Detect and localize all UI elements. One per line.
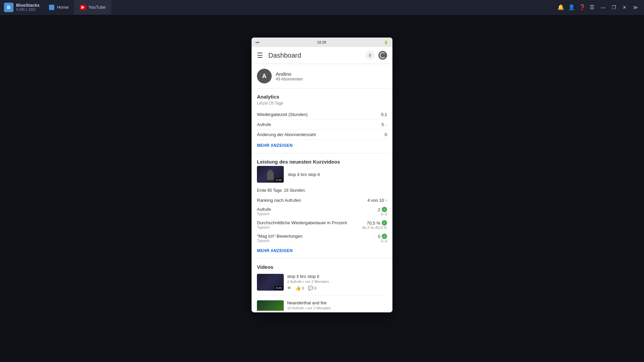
video1-title: stop it bro stop it <box>287 274 387 279</box>
video2-title: Neanderthal and fire <box>287 300 387 305</box>
menu-icon[interactable]: ☰ <box>590 4 594 10</box>
status-bar: ▪▪▪ 18:38 🔋 <box>252 38 392 47</box>
check-icon-views: ✓ <box>382 207 387 212</box>
metric-likes-label: "Mag ich"-Bewertungen <box>257 234 303 239</box>
avatar: A <box>257 69 272 83</box>
subs-change-value: 0 <box>385 132 387 137</box>
header-left: ☰ Dashboard <box>257 51 301 59</box>
metric-views-range: 0–3 <box>378 212 387 216</box>
account-icon[interactable]: 👤 <box>568 4 575 10</box>
phone-frame: ▪▪▪ 18:38 🔋 ☰ Dashboard 0 A <box>252 38 392 312</box>
views-value: 5 ↓ <box>381 122 387 127</box>
analytics-section: Analytics Letzte 28 Tage Wiedergabezeit … <box>252 88 392 154</box>
battery-icon: 🔋 <box>384 40 388 45</box>
watchtime-value: 0,1 <box>381 112 387 117</box>
check-icon-retention: ✓ <box>382 220 387 226</box>
user-subscribers: 49 Abonnenten <box>276 77 303 81</box>
performance-period: Erste 85 Tage, 16 Stunden: <box>257 187 387 195</box>
ranking-row[interactable]: Ranking nach Aufrufen 4 von 10 › <box>257 195 387 205</box>
tab-youtube-label: YouTube <box>89 5 106 10</box>
restore-button[interactable]: ❐ <box>609 3 619 12</box>
user-section: A Andino 49 Abonnenten <box>252 64 392 88</box>
analytics-mehr-anzeigen-button[interactable]: MEHR ANZEIGEN <box>257 140 387 150</box>
status-time: 18:38 <box>317 40 326 44</box>
brand-version: 4.280.1.1002 <box>16 8 40 12</box>
short-video-title: stop it bro stop it <box>288 172 320 177</box>
metric-views-row: Aufrufe Typisch 2 ✓ 0–3 <box>257 205 387 218</box>
videos-section: Videos 0:20 stop it bro stop it 2 Aufruf… <box>252 259 392 311</box>
close-button[interactable]: ✕ <box>620 3 629 12</box>
metric-retention-sublabel: Typisch <box>257 225 347 229</box>
metric-likes-values: 0 ✓ 0–0 <box>378 234 387 243</box>
metric-retention-label: Durchschnittliche Wiedergabedauer in Pro… <box>257 220 347 225</box>
thumbnail2-bg <box>257 300 284 311</box>
check-icon-likes: ✓ <box>382 234 387 239</box>
metric-views-sublabel: Typisch <box>257 212 271 216</box>
main-area: ▪▪▪ 18:38 🔋 ☰ Dashboard 0 A <box>0 15 644 362</box>
video1-eye-action[interactable]: 👁 <box>287 286 291 291</box>
video1-meta: 2 Aufrufe • vor 2 Monaten <box>287 280 387 284</box>
metric-retention-range: 46,3 %–83,0 % <box>362 226 387 230</box>
app-scrollable-content[interactable]: A Andino 49 Abonnenten Analytics Letzte … <box>252 64 392 311</box>
metric-retention-labels: Durchschnittliche Wiedergabedauer in Pro… <box>257 220 347 229</box>
video1-comment-action[interactable]: 💬 0 <box>308 286 316 291</box>
taskbar: B BlueStacks 4.280.1.1002 Home YouTube 🔔… <box>0 0 644 15</box>
user-name: Andino <box>276 71 303 77</box>
avatar-letter: A <box>262 73 267 80</box>
short-video-section: Leistung des neuesten Kurzvideos 0:20 st… <box>252 154 392 259</box>
more-button[interactable]: ≫ <box>631 3 640 12</box>
metric-retention-row: Durchschnittliche Wiedergabedauer in Pro… <box>257 218 387 232</box>
youtube-icon <box>80 5 86 10</box>
brand-name: BlueStacks <box>16 3 40 8</box>
video1-thumbnail: 0:20 <box>257 274 284 291</box>
status-right-icons: 🔋 <box>384 40 388 45</box>
video2-meta: 10 Aufrufe • vor 2 Monaten <box>287 306 387 310</box>
video1-like-action[interactable]: 👍 0 <box>296 286 304 291</box>
notification-icon[interactable]: 🔔 <box>557 4 564 10</box>
videos-section-title: Videos <box>257 264 387 270</box>
short-video-duration: 0:20 <box>275 178 283 182</box>
tab-youtube[interactable]: YouTube <box>74 0 111 14</box>
metric-likes-sublabel: Typisch <box>257 239 303 243</box>
video1-info: stop it bro stop it 2 Aufrufe • vor 2 Mo… <box>287 274 387 291</box>
eye-icon: 👁 <box>287 286 291 291</box>
status-left-icons: ▪▪▪ <box>256 40 260 44</box>
bluestacks-logo: B <box>4 3 13 12</box>
video2-thumbnail <box>257 300 284 311</box>
metric-views-labels: Aufrufe Typisch <box>257 207 271 216</box>
hamburger-menu-button[interactable]: ☰ <box>257 51 263 59</box>
comment-icon: 💬 <box>308 286 313 291</box>
taskbar-tabs: Home YouTube <box>44 0 111 14</box>
notification-badge[interactable]: 0 <box>366 51 374 60</box>
list-item[interactable]: Neanderthal and fire 10 Aufrufe • vor 2 … <box>257 300 387 311</box>
brand-info: BlueStacks 4.280.1.1002 <box>16 3 40 12</box>
taskbar-right-controls: 🔔 👤 ❓ ☰ — ❐ ✕ ≫ <box>553 3 644 12</box>
video1-duration: 0:20 <box>275 286 283 290</box>
video1-likes: 0 <box>302 286 304 290</box>
views-trend: ↓ <box>385 123 387 127</box>
metric-retention-values: 70,5 % ✓ 46,3 %–83,0 % <box>362 220 387 230</box>
user-info: Andino 49 Abonnenten <box>276 71 303 81</box>
metric-likes-range: 0–0 <box>378 239 387 243</box>
video2-info: Neanderthal and fire 10 Aufrufe • vor 2 … <box>287 300 387 311</box>
video1-comments: 0 <box>314 286 316 290</box>
metric-likes-labels: "Mag ich"-Bewertungen Typisch <box>257 234 303 243</box>
short-video-mehr-anzeigen-button[interactable]: MEHR ANZEIGEN <box>257 245 387 256</box>
short-video-section-title: Leistung des neuesten Kurzvideos <box>257 159 387 165</box>
help-icon[interactable]: ❓ <box>579 4 586 10</box>
short-video-thumbnail: 0:20 <box>257 166 284 183</box>
analytics-row-subs: Änderung der Abonnentenzahl 0 <box>257 130 387 140</box>
metric-likes-row: "Mag ich"-Bewertungen Typisch 0 ✓ 0–0 <box>257 232 387 245</box>
ranking-label: Ranking nach Aufrufen <box>257 198 301 203</box>
window-controls: — ❐ ✕ ≫ <box>598 3 640 12</box>
metric-likes-value: 0 ✓ <box>378 234 387 239</box>
thumbs-up-icon: 👍 <box>296 286 301 291</box>
video-thumb-row: 0:20 stop it bro stop it <box>257 166 387 183</box>
minimize-button[interactable]: — <box>598 3 608 12</box>
list-item[interactable]: 0:20 stop it bro stop it 2 Aufrufe • vor… <box>257 274 387 296</box>
metric-views-values: 2 ✓ 0–3 <box>378 207 387 216</box>
thumbnail-person <box>267 170 274 180</box>
settings-circle-button[interactable] <box>378 51 387 60</box>
tab-home[interactable]: Home <box>44 0 74 14</box>
ranking-value: 4 von 10 › <box>367 197 387 203</box>
